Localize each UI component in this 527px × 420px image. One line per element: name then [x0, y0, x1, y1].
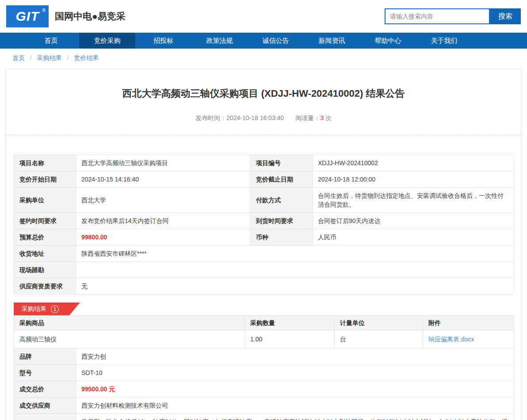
- breadcrumb-home[interactable]: 首页: [12, 54, 25, 61]
- table-row: 型号 SDT-10: [14, 365, 514, 381]
- nav-item-help-center[interactable]: 帮助中心: [360, 33, 416, 49]
- nav-item-about-us[interactable]: 关于我们: [416, 33, 472, 49]
- table-row: 签约时间要求 发布竞价结果后14天内签订合同 到货时间要求 合同签订后90天内送…: [14, 213, 514, 229]
- info-label: 竞价截止日期: [251, 171, 313, 188]
- product-unit: 台: [335, 330, 423, 348]
- table-row: 品牌 西安力创: [14, 348, 514, 365]
- publish-time-label: 发布时间：: [195, 114, 226, 121]
- site-name: 国网中电●易竞采: [55, 10, 126, 23]
- badge-count: 1: [51, 305, 59, 313]
- info-label: 收货地址: [14, 246, 76, 262]
- nav-item-news[interactable]: 新闻资讯: [304, 33, 360, 49]
- info-value: 无: [76, 278, 514, 295]
- table-row: 竞价开始日期 2024-10-15 14:16:40 竞价截止日期 2024-1…: [14, 171, 514, 188]
- info-label: 竞价开始日期: [14, 171, 76, 188]
- table-row: 成交供应商 西安力创材料检测技术有限公司: [14, 397, 514, 414]
- col-header-unit: 计量单位: [335, 316, 423, 330]
- purchase-result-badge: 采购结果 1: [14, 303, 80, 315]
- table-row: 质保及售后服务 质保期：验收合格后1年。响应时效：即时响应（包括电话响应）；电话…: [14, 414, 514, 420]
- table-header-row: 采购商品 采购数量 计量单位 附件: [14, 316, 514, 330]
- publish-time-value: 2024-10-18 16:03:40: [226, 114, 284, 121]
- info-label: 签约时间要求: [14, 213, 76, 229]
- announcement-card: 西北大学高频动三轴仪采购项目 (XDJJ-HW-202410002) 结果公告 …: [5, 69, 522, 420]
- main-nav: 首页 竞价采购 招投标 政策法规 诚信公告 新闻资讯 帮助中心 关于我们: [0, 33, 527, 49]
- detail-label: 品牌: [14, 348, 76, 365]
- deal-total-price: 99500.00 元: [81, 386, 115, 393]
- page-title: 西北大学高频动三轴仪采购项目 (XDJJ-HW-202410002) 结果公告: [6, 69, 521, 100]
- info-label: 付款方式: [251, 188, 313, 213]
- info-value: 发布竞价结果后14天内签订合同: [76, 213, 251, 229]
- info-label: 供应商资质要求: [14, 278, 76, 295]
- table-row: 采购单位 西北大学 付款方式 合同生效后，待货物到达指定地点、安装调试验收合格后…: [14, 188, 514, 213]
- info-label: 采购单位: [14, 188, 76, 213]
- info-label: 币种: [251, 229, 313, 246]
- search-bar: 搜索: [385, 8, 521, 24]
- col-header-attachment: 附件: [423, 316, 514, 330]
- nav-item-bidding-purchase[interactable]: 竞价采购: [79, 33, 135, 49]
- views-label: 阅读量：: [295, 114, 320, 121]
- logo-text: GIT: [16, 9, 39, 24]
- breadcrumb-separator: /: [30, 54, 32, 61]
- info-label: 项目名称: [14, 155, 76, 171]
- product-name: 高频动三轴仪: [14, 330, 245, 348]
- search-button[interactable]: 搜索: [490, 8, 521, 24]
- budget-total-price: 99800.00: [81, 234, 107, 241]
- info-value: XDJJ-HW-202410002: [313, 155, 514, 171]
- info-value: 合同生效后，待货物到达指定地点、安装调试验收合格后，一次性付清合同货款。: [313, 188, 514, 213]
- purchase-result-table: 采购商品 采购数量 计量单位 附件 高频动三轴仪 1.00 台 响应偏离表.do…: [14, 315, 514, 420]
- info-label: 到货时间要求: [251, 213, 313, 229]
- top-header: GIT ® 国网中电●易竞采 搜索: [0, 0, 527, 33]
- detail-label: 成交总价: [14, 381, 76, 397]
- detail-value: SDT-10: [76, 365, 514, 381]
- table-row: 项目名称 西北大学高频动三轴仪采购项目 项目编号 XDJJ-HW-2024100…: [14, 155, 514, 171]
- info-value: [76, 262, 514, 278]
- table-row: 高频动三轴仪 1.00 台 响应偏离表.docx: [14, 330, 514, 348]
- detail-label: 质保及售后服务: [14, 414, 76, 420]
- info-label: 现场踏勘: [14, 262, 76, 278]
- col-header-quantity: 采购数量: [245, 316, 335, 330]
- dashed-divider: [6, 135, 521, 135]
- detail-value: 西安力创材料检测技术有限公司: [76, 397, 514, 414]
- badge-label: 采购结果: [22, 305, 46, 313]
- attachment-link[interactable]: 响应偏离表.docx: [428, 336, 474, 343]
- info-value: 2024-10-18 12:00:00: [313, 171, 514, 188]
- info-value: 2024-10-15 14:16:40: [76, 171, 251, 188]
- breadcrumb-separator: /: [67, 54, 69, 61]
- info-value: 人民币: [313, 229, 514, 246]
- table-row: 预算总价 99800.00 币种 人民币: [14, 229, 514, 246]
- breadcrumb-purchase-results[interactable]: 采购结果: [37, 54, 62, 61]
- nav-item-home[interactable]: 首页: [23, 33, 79, 49]
- info-value: 陕西省西安市碑林区****: [76, 246, 514, 262]
- article-meta: 发布时间：2024-10-18 16:03:40阅读量：3 次: [6, 114, 521, 122]
- info-label: 项目编号: [251, 155, 313, 171]
- breadcrumb: 首页 / 采购结果 / 竞价结果: [0, 49, 527, 67]
- views-unit: 次: [325, 114, 332, 121]
- nav-item-policies[interactable]: 政策法规: [191, 33, 248, 49]
- detail-value: 质保期：验收合格后1年。响应时效：即时响应（包括电话响应）；电话响应无法解决20…: [76, 414, 514, 420]
- breadcrumb-bidding-results[interactable]: 竞价结果: [74, 54, 99, 61]
- info-value: 合同签订后90天内送达: [313, 213, 514, 229]
- search-input[interactable]: [385, 8, 490, 24]
- col-header-product: 采购商品: [14, 316, 245, 330]
- info-value: 西北大学: [76, 188, 251, 213]
- detail-label: 型号: [14, 365, 76, 381]
- nav-item-integrity-notices[interactable]: 诚信公告: [248, 33, 304, 49]
- detail-value: 西安力创: [76, 348, 514, 365]
- table-row: 现场踏勘: [14, 262, 514, 278]
- registered-trademark-icon: ®: [42, 8, 46, 13]
- info-label: 预算总价: [14, 229, 76, 246]
- views-count: 3: [320, 114, 324, 121]
- table-row: 成交总价 99500.00 元: [14, 381, 514, 397]
- table-row: 收货地址 陕西省西安市碑林区****: [14, 246, 514, 262]
- detail-value: 99500.00 元: [76, 381, 514, 397]
- detail-label: 成交供应商: [14, 397, 76, 414]
- project-info-table: 项目名称 西北大学高频动三轴仪采购项目 项目编号 XDJJ-HW-2024100…: [14, 155, 514, 295]
- site-logo: GIT ®: [6, 5, 49, 27]
- info-value: 西北大学高频动三轴仪采购项目: [76, 155, 251, 171]
- table-row: 供应商资质要求 无: [14, 278, 514, 295]
- product-quantity: 1.00: [245, 330, 335, 348]
- nav-item-tenders[interactable]: 招投标: [135, 33, 191, 49]
- info-value: 99800.00: [76, 229, 251, 246]
